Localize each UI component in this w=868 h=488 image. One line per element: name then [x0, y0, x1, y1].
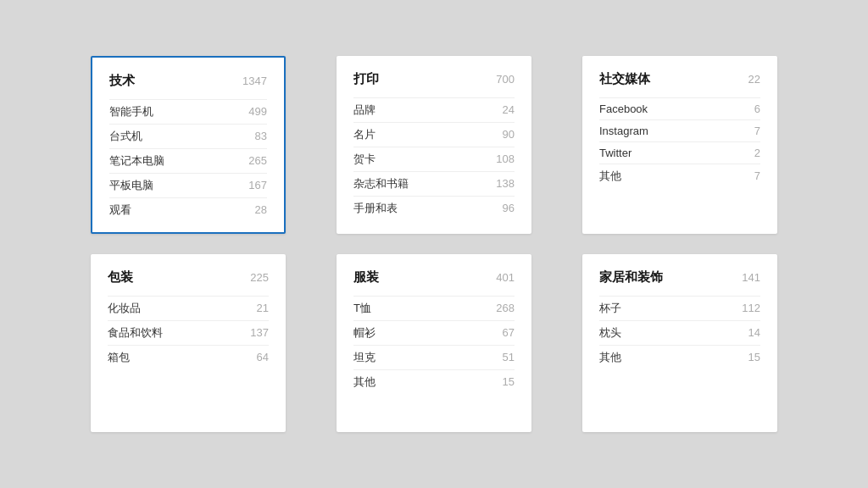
card-row: Twitter2: [599, 141, 760, 164]
card-row: 贺卡108: [353, 147, 515, 171]
row-label: 食品和饮料: [108, 325, 163, 341]
card-row: 平板电脑167: [109, 173, 267, 197]
row-value: 15: [748, 351, 760, 363]
row-value: 51: [503, 351, 515, 363]
card-total-clothing: 401: [496, 271, 515, 284]
card-row: 观看28: [109, 197, 267, 222]
card-row: 箱包64: [108, 345, 269, 369]
row-label: 手册和表: [353, 201, 398, 216]
card-clothing[interactable]: 服装401T恤268帽衫67坦克51其他15: [337, 254, 531, 432]
card-title-clothing: 服装: [353, 269, 379, 286]
card-packaging[interactable]: 包装225化妆品21食品和饮料137箱包64: [91, 254, 286, 432]
row-label: Instagram: [599, 125, 648, 137]
card-row: 笔记本电脑265: [109, 148, 267, 173]
row-label: 化妆品: [108, 301, 141, 316]
row-value: 108: [496, 152, 515, 165]
card-social[interactable]: 社交媒体22Facebook6Instagram7Twitter2其他7: [582, 56, 777, 234]
card-title-home: 家居和装饰: [599, 269, 663, 286]
card-title-tech: 技术: [109, 73, 135, 89]
row-label: 笔记本电脑: [109, 153, 164, 169]
card-tech[interactable]: 技术1347智能手机499台式机83笔记本电脑265平板电脑167观看28: [91, 56, 286, 234]
row-label: 帽衫: [353, 325, 376, 341]
row-label: 名片: [353, 127, 376, 142]
row-value: 24: [503, 103, 515, 116]
row-label: 平板电脑: [109, 178, 153, 193]
card-row: 化妆品21: [108, 296, 269, 320]
card-title-packaging: 包装: [108, 269, 133, 286]
card-row: 杂志和书籍138: [353, 171, 515, 196]
row-value: 265: [248, 154, 267, 167]
row-value: 28: [255, 203, 267, 216]
row-value: 83: [255, 130, 267, 142]
row-value: 6: [754, 103, 760, 115]
card-total-tech: 1347: [242, 75, 267, 87]
row-value: 268: [496, 302, 515, 314]
card-row: Facebook6: [599, 97, 760, 119]
card-row: 其他7: [599, 164, 760, 188]
card-row: 帽衫67: [353, 320, 515, 345]
row-label: 箱包: [108, 350, 130, 365]
card-row: 名片90: [353, 122, 515, 147]
row-label: 杂志和书籍: [353, 176, 409, 191]
row-value: 14: [748, 326, 760, 339]
card-total-print: 700: [496, 73, 515, 86]
row-value: 138: [496, 177, 515, 190]
row-value: 15: [503, 375, 515, 388]
card-row: 坦克51: [353, 345, 515, 369]
card-row: 其他15: [599, 345, 760, 369]
row-label: T恤: [353, 301, 371, 316]
cards-grid: 技术1347智能手机499台式机83笔记本电脑265平板电脑167观看28打印7…: [91, 56, 777, 432]
row-label: 智能手机: [109, 104, 153, 119]
card-row: 其他15: [353, 369, 515, 394]
row-label: 观看: [109, 202, 131, 218]
row-label: 品牌: [353, 103, 376, 118]
row-value: 21: [257, 302, 269, 314]
card-print[interactable]: 打印700品牌24名片90贺卡108杂志和书籍138手册和表96: [337, 56, 531, 234]
row-value: 7: [754, 125, 760, 137]
card-title-social: 社交媒体: [599, 71, 650, 87]
card-row: 手册和表96: [353, 196, 515, 220]
card-row: T恤268: [353, 296, 515, 320]
card-total-social: 22: [748, 73, 760, 86]
row-value: 96: [503, 202, 515, 214]
row-label: 其他: [353, 374, 376, 390]
card-row: 枕头14: [599, 320, 760, 345]
row-label: 其他: [599, 350, 621, 365]
card-row: 杯子112: [599, 296, 760, 320]
row-value: 499: [248, 105, 267, 118]
card-row: 食品和饮料137: [108, 320, 269, 345]
card-row: 品牌24: [353, 97, 515, 122]
row-label: 杯子: [599, 301, 621, 316]
card-row: 智能手机499: [109, 99, 267, 124]
row-value: 64: [257, 351, 269, 363]
card-total-home: 141: [742, 271, 760, 284]
row-label: 枕头: [599, 325, 621, 341]
row-value: 167: [248, 179, 267, 191]
row-value: 112: [742, 302, 760, 314]
card-row: 台式机83: [109, 124, 267, 148]
row-label: 贺卡: [353, 152, 376, 167]
row-value: 2: [754, 147, 760, 159]
card-total-packaging: 225: [250, 271, 269, 284]
row-value: 67: [503, 326, 515, 339]
row-label: Twitter: [599, 147, 632, 159]
row-label: 坦克: [353, 350, 376, 365]
row-label: 其他: [599, 169, 621, 184]
row-value: 137: [250, 326, 269, 339]
row-value: 7: [754, 169, 760, 182]
row-label: 台式机: [109, 129, 142, 144]
row-value: 90: [503, 128, 515, 141]
card-row: Instagram7: [599, 119, 760, 141]
row-label: Facebook: [599, 103, 648, 115]
card-title-print: 打印: [353, 71, 379, 87]
card-home[interactable]: 家居和装饰141杯子112枕头14其他15: [582, 254, 777, 432]
